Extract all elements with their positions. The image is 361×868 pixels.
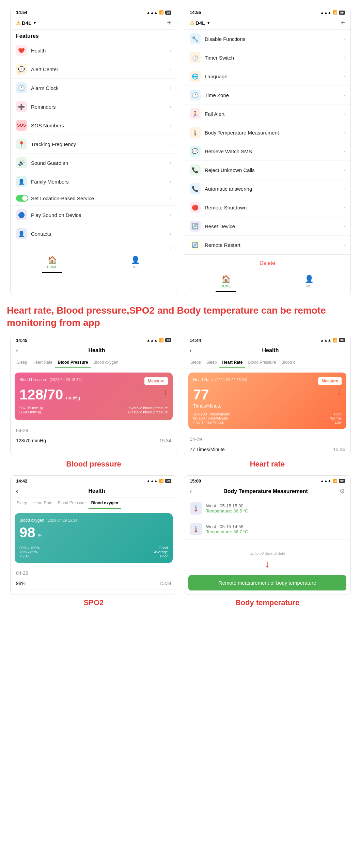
menu-item-location[interactable]: Set Location-Based Service › [11, 191, 177, 206]
back-button[interactable]: ‹ [16, 347, 18, 354]
menu-item-alert[interactable]: 💬 Alert Center › [11, 60, 177, 79]
tab-sleep[interactable]: Sleep [14, 357, 30, 368]
tab-bloodpressure[interactable]: Blood Pressure [55, 357, 91, 368]
card-title-row: Heart Rate (2024-04-29 15:34) Measure [193, 377, 342, 385]
hp-left-icons: ▲▲▲ 📶 99 [146, 338, 171, 343]
menu-item-contacts[interactable]: 👤 Contacts › [11, 224, 177, 243]
measure-button[interactable]: Measure [318, 377, 342, 385]
temp-caption: Body temperature [184, 595, 351, 614]
chevron-icon: › [170, 179, 171, 184]
menu-item-language[interactable]: 🌐 Language › [184, 67, 350, 86]
days-note: Up to 30 days of data [184, 550, 350, 557]
wifi-icon: 📶 [333, 10, 338, 15]
reject-calls-icon: 📞 [190, 164, 201, 175]
temp-value-2: Temperature: 36.7 °C [206, 529, 248, 534]
menu-item-auto-answer[interactable]: 📞 Automatic answering › [184, 179, 350, 198]
menu-item-sos[interactable]: SOS SOS Numbers › [11, 116, 177, 135]
back-button[interactable]: ‹ [190, 347, 192, 354]
menu-item-reset[interactable]: 🔄 Reset Device › [184, 217, 350, 236]
range-avg: 70% - 89% [19, 550, 38, 554]
back-button[interactable]: ‹ [16, 488, 18, 495]
tab-bp[interactable]: Blood Pressure [55, 498, 89, 509]
remote-measure-button[interactable]: Remote measurement of body temperature [188, 575, 346, 590]
spo2-nav: ‹ Health [11, 485, 177, 498]
menu-item-sound-guardian[interactable]: 🔊 Sound Guardian › [11, 154, 177, 172]
menu-item-reject-calls[interactable]: 📞 Reject Unknown Calls › [184, 161, 350, 179]
left-menu-list: ❤️ Health › 💬 Alert Center › 🕐 Alarm Clo… [11, 41, 177, 243]
right-bottom-nav: 🏠 HOME 👤 ME [184, 272, 350, 296]
me-nav-item[interactable]: 👤 ME [267, 275, 350, 292]
range-diastolic-label: Diastolic blood pressure [128, 410, 168, 414]
wifi-icon: 📶 [159, 479, 164, 483]
chevron-icon: › [343, 92, 345, 98]
timer-icon: ⏱️ [190, 52, 201, 63]
temp-value-1: Temperature: 36.5 °C [206, 508, 248, 514]
spo2-icons: ▲▲▲ 📶 99 [146, 479, 171, 483]
tab-heartrate[interactable]: Heart Rate [30, 357, 55, 368]
temp-icons: ▲▲▲ 📶 99 [320, 479, 345, 483]
menu-item-sms[interactable]: 💬 Retrieve Watch SMS › [184, 142, 350, 161]
top-phones-section: 14:54 ▲▲▲ 📶 99 ⚠ D4L ▼ + Features ❤️ Hea… [0, 0, 361, 296]
menu-item-fall[interactable]: 🏃 Fall Alert › [184, 105, 350, 123]
health-tabs-spo2: Sleep Heart Rate Blood Pressure Blood ox… [11, 498, 177, 509]
menu-item-family[interactable]: 👤 Family Members › [11, 172, 177, 191]
tab-heartrate[interactable]: Heart Rate [30, 498, 55, 509]
disable-label: Disable Functions [205, 36, 343, 42]
hp-left-status: 14:45 ▲▲▲ 📶 99 [11, 335, 177, 344]
tab-sleep[interactable]: Sleep [204, 357, 220, 368]
health-title: Health [196, 347, 345, 353]
menu-item-disable[interactable]: 🔧 Disable Functions › [184, 30, 350, 48]
chevron-icon: › [343, 55, 345, 60]
range-row-1: 90-139 mmHg Systolic blood pressure [19, 406, 168, 410]
back-button[interactable]: ‹ [190, 488, 192, 495]
home-nav-item[interactable]: 🏠 HOME [11, 256, 94, 273]
menu-item-timezone[interactable]: 🕐 Time Zone › [184, 86, 350, 105]
menu-item-tracking[interactable]: 📍 Tracking Frequency › [11, 135, 177, 154]
tab-heartrate[interactable]: Heart Rate [219, 357, 245, 368]
data-time: 15:34 [333, 447, 345, 452]
measure-button[interactable]: Measure [144, 377, 168, 385]
data-row: 128/70 mmHg 15:34 [11, 435, 177, 447]
home-nav-item[interactable]: 🏠 HOME [184, 275, 267, 292]
remote-restart-icon: 🔄 [190, 239, 201, 250]
location-toggle[interactable] [16, 195, 28, 202]
card-value-row: 128/70 mmHg [19, 387, 168, 403]
tab-bloodoxygen[interactable]: Blood oxygen [91, 357, 121, 368]
health-tabs-bp: Sleep Heart Rate Blood Pressure Blood ox… [11, 357, 177, 368]
chevron-icon: › [170, 104, 171, 109]
settings-icon[interactable]: ⚙ [340, 488, 345, 495]
range-row-1: 90% - 100% Good [19, 546, 168, 550]
menu-item-body-temp[interactable]: 🌡️ Body Temperature Measurement › [184, 123, 350, 142]
timer-label: Timer Switch [205, 55, 343, 61]
tab-bp[interactable]: Blood Pressure [245, 357, 279, 368]
menu-item-remote-shutdown[interactable]: 🔴 Remote Shutdown › [184, 198, 350, 217]
temp-icon-1: 🌡️ [190, 502, 202, 515]
menu-item-remote-restart[interactable]: 🔄 Remote Restart › [184, 236, 350, 254]
range-diastolic: 60-89 mmHg [19, 410, 41, 414]
menu-item-play-sound[interactable]: 🔵 Play Sound on Device › [11, 206, 177, 224]
me-nav-item[interactable]: 👤 ME [94, 256, 177, 273]
data-time: 15:34 [159, 581, 171, 586]
card-title-row: Blood oxygen (2024-04-29 15:34) [19, 518, 168, 523]
chevron-icon: › [170, 231, 171, 236]
tab-bo[interactable]: Blood oxygen [89, 498, 121, 509]
nav-indicator [216, 291, 236, 292]
tab-bo[interactable]: Blood o... [279, 357, 301, 368]
menu-item-health[interactable]: ❤️ Health › [11, 41, 177, 60]
add-button[interactable]: + [341, 18, 345, 27]
tab-sleep[interactable]: Sleep [14, 498, 30, 509]
menu-item-reminders[interactable]: ➕ Reminders › [11, 97, 177, 116]
menu-item-timer[interactable]: ⏱️ Timer Switch › [184, 48, 350, 67]
add-button[interactable]: + [167, 18, 171, 27]
menu-item-alarm[interactable]: 🕐 Alarm Clock › [11, 79, 177, 97]
alert-label: Alert Center [31, 66, 170, 72]
body-temp-icon: 🌡️ [190, 127, 201, 138]
delete-button[interactable]: Delete [184, 254, 350, 272]
features-header: Features [11, 30, 177, 41]
tab-steps[interactable]: Steps [188, 357, 204, 368]
hp-right-nav: ‹ Health [184, 344, 350, 357]
timezone-icon: 🕐 [190, 90, 201, 100]
range-row-2: 60-100 Times/Minute Normal [193, 416, 342, 420]
chevron-icon: › [170, 212, 171, 218]
temp-item-1: 🌡️ Wrist 05-15 15:00 Temperature: 36.5 °… [184, 498, 350, 519]
